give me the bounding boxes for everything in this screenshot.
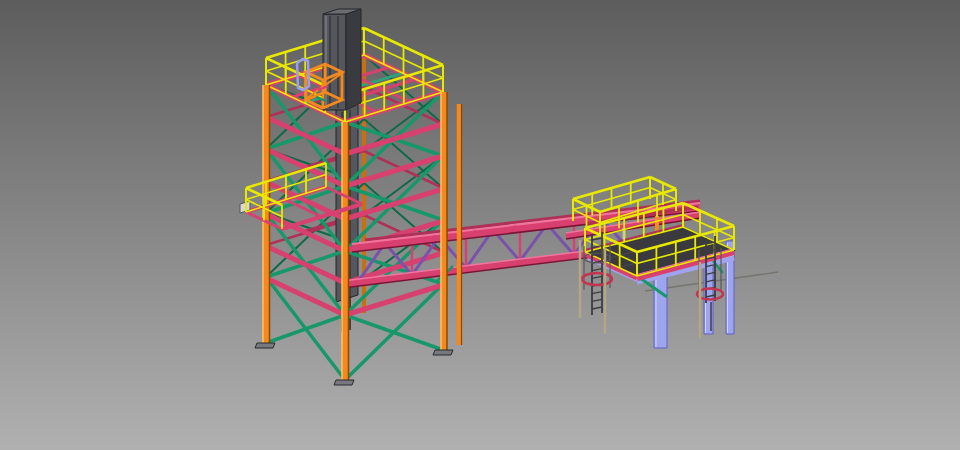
base-plate[interactable]	[433, 350, 453, 355]
base-plate[interactable]	[334, 380, 354, 385]
cad-viewport[interactable]	[0, 0, 960, 450]
chute-upper-side[interactable]	[346, 9, 361, 110]
base-plate[interactable]	[255, 343, 275, 348]
model-viewport[interactable]	[0, 0, 960, 450]
viewport-background	[0, 0, 960, 450]
